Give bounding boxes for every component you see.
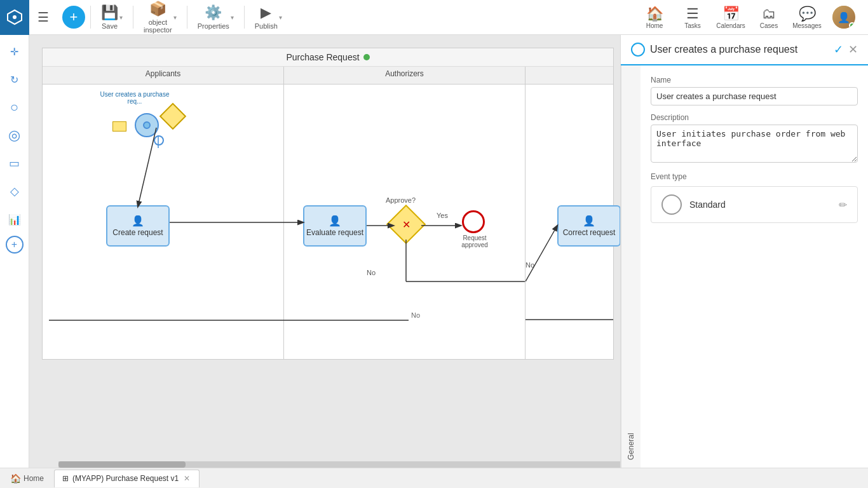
start-event-circle [135,113,159,137]
tab-process[interactable]: ⊞ (MYAPP) Purchase Request v1 ✕ [54,470,200,487]
name-field-label: Name [651,76,858,85]
nav-home-button[interactable]: 🏠 Home [635,0,674,35]
process-tab-icon: ⊞ [62,474,69,483]
swim-lane-applicants: Applicants [43,67,284,359]
cases-icon: 🗂 [762,6,776,22]
task-correct-request[interactable]: 👤 Correct request [557,205,620,247]
panel-content: Name Description User initiates purchase… [641,65,868,468]
tool-add-button[interactable]: + [6,236,24,254]
right-panel: User creates a purchase request ✓ ✕ Gene… [620,35,868,468]
gateway-shape[interactable]: ✕ [386,205,426,244]
task-create-request[interactable]: 👤 Create request [106,205,170,247]
publish-group[interactable]: ▶ Publish ▾ [250,0,287,35]
nav-tasks-label: Tasks [684,22,701,29]
tool-move-button[interactable]: ✛ [3,40,26,63]
object-inspector-label: object inspector [144,18,172,34]
nav-home-label: Home [646,22,663,29]
task-create-label: Create request [112,228,163,237]
toolbar-separator-1 [90,6,91,29]
user-avatar[interactable]: 👤 [832,6,855,29]
messages-icon: 💬 [799,6,816,22]
object-inspector-arrow-icon: ▾ [173,14,177,21]
task-create-icon: 👤 [132,215,144,227]
home-tab-label: Home [24,474,44,483]
tab-home[interactable]: 🏠 Home [3,470,51,487]
save-arrow-icon: ▾ [119,14,123,21]
nav-cases-button[interactable]: 🗂 Cases [750,0,788,35]
svg-point-0 [13,15,17,19]
event-type-section: Event type Standard ✏ [651,172,858,223]
diagram-status-dot [363,54,370,60]
task-evaluate-request[interactable]: 👤 Evaluate request [303,205,367,247]
process-tab-close-button[interactable]: ✕ [182,474,191,483]
horizontal-scrollbar[interactable] [58,461,620,468]
panel-body: General Name Description User initiates … [621,65,868,468]
event-type-label: Event type [651,172,858,181]
tool-chart-button[interactable]: 📊 [3,208,26,231]
task-correct-icon: 👤 [583,215,595,227]
hamburger-button[interactable]: ☰ [32,6,55,29]
gateway-no-label-2: No [526,261,534,269]
tool-rectangle-button[interactable]: ▭ [3,152,26,175]
panel-header: User creates a purchase request ✓ ✕ [621,35,868,65]
bottom-tab-bar: 🏠 Home ⊞ (MYAPP) Purchase Request v1 ✕ [0,468,868,488]
lane-3-content: 👤 Correct request No [526,85,613,359]
home-icon: 🏠 [646,6,663,22]
nav-tasks-button[interactable]: ☰ Tasks [674,0,712,35]
properties-label: Properties [198,22,229,30]
object-inspector-group[interactable]: 📦 object inspector ▾ [139,0,182,35]
loop-indicator [154,135,164,146]
canvas-area[interactable]: Purchase Request Applicants [29,35,620,468]
panel-confirm-button[interactable]: ✓ [834,43,843,57]
task-evaluate-label: Evaluate request [306,228,363,237]
save-group[interactable]: 💾 Save ▾ [96,0,128,35]
process-tab-label: (MYAPP) Purchase Request v1 [72,474,179,483]
nav-calendars-button[interactable]: 📅 Calendars [712,0,750,35]
gateway-label: Approve? [386,196,416,204]
event-type-name: Standard [689,200,831,210]
save-label: Save [102,22,118,30]
lane-authorizers-header: Authorizers [284,67,525,85]
start-event-inner-circle [143,121,151,129]
name-field-group: Name [651,76,858,105]
toolbar-separator-2 [133,6,133,29]
publish-label: Publish [255,22,278,30]
panel-close-button[interactable]: ✕ [848,43,858,57]
tool-circle-button[interactable]: ○ [3,96,26,119]
end-event-label: Request approved [449,234,500,248]
tool-arrow-button[interactable]: ↻ [3,68,26,91]
left-sidebar: ✛ ↻ ○ ◎ ▭ ◇ 📊 + [0,35,29,468]
publish-arrow-icon: ▾ [279,14,282,21]
event-type-edit-button[interactable]: ✏ [839,199,847,211]
name-field-input[interactable] [651,87,858,105]
gateway-no-label-1: No [367,269,376,276]
properties-icon: ⚙️ [205,4,222,21]
diagram-container: Purchase Request Applicants [42,48,614,360]
nav-messages-label: Messages [792,22,822,29]
add-button[interactable]: + [62,6,85,29]
svg-line-7 [526,226,557,281]
nav-calendars-label: Calendars [716,22,745,29]
right-nav: 🏠 Home ☰ Tasks 📅 Calendars 🗂 Cases 💬 Mes… [635,0,862,35]
task-correct-label: Correct request [563,228,616,237]
lane-applicants-content: User creates a purchase req... 👤 Create … [43,85,283,359]
main-content: ✛ ↻ ○ ◎ ▭ ◇ 📊 + Purchase Request Applica… [0,35,868,468]
swim-lane-3: 👤 Correct request No [526,67,613,359]
tool-diamond-button[interactable]: ◇ [3,180,26,203]
description-field-textarea[interactable]: User initiates purchase order from web i… [651,125,858,163]
tool-circle2-button[interactable]: ◎ [3,124,26,147]
lane-applicants-header: Applicants [43,67,283,85]
nav-messages-button[interactable]: 💬 Messages [788,0,826,35]
start-event-annotation-shape [112,121,126,132]
description-field-group: Description User initiates purchase orde… [651,113,858,165]
toolbar: ☰ + 💾 Save ▾ 📦 object inspector ▾ ⚙️ Pro… [0,0,868,35]
panel-tab-general[interactable]: General [621,65,641,468]
properties-group[interactable]: ⚙️ Properties ▾ [193,0,239,35]
diagram-body: Applicants [43,67,613,359]
diagram-header: Purchase Request [43,48,613,67]
app-logo [0,0,29,35]
calendars-icon: 📅 [722,6,740,22]
home-tab-icon: 🏠 [10,473,21,484]
nav-cases-label: Cases [760,22,778,29]
scrollbar-thumb[interactable] [58,461,186,468]
